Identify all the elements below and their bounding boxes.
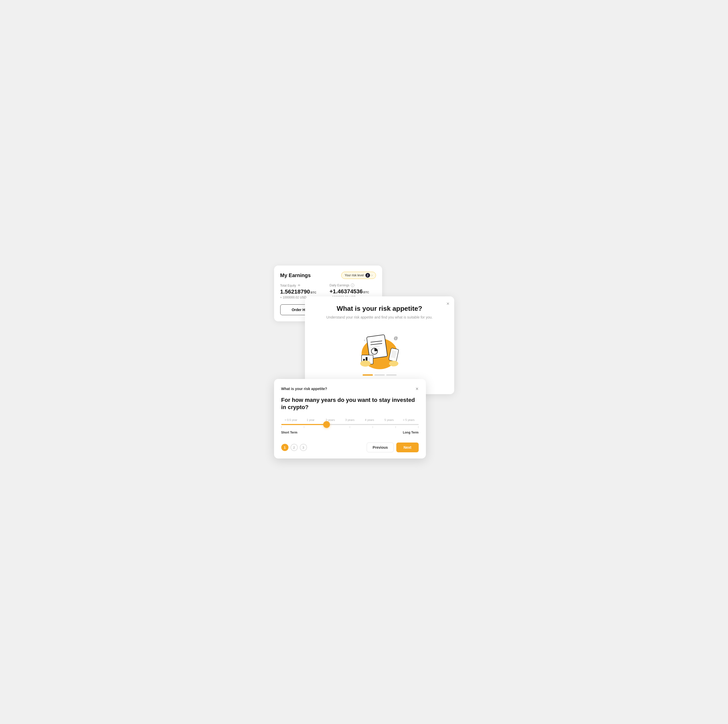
pagination-dots: 1 2 3 [281,444,307,451]
tick-1 [281,426,281,428]
slider-label-5plus: > 5 years [399,419,418,422]
progress-dot-3 [386,374,396,376]
risk-illustration: @ [313,325,446,369]
daily-earnings-label: Daily Earnings [330,284,349,287]
info-icon[interactable]: i [351,284,354,287]
slider-label-2: 2 years [320,419,340,422]
svg-point-13 [360,360,370,367]
page-dot-2: 2 [291,444,298,451]
investment-duration-slider-wrapper [281,424,419,428]
tick-5 [373,426,373,428]
slider-label-0.5: > 0.5 year [281,419,301,422]
slider-label-4: 4 years [360,419,379,422]
risk-modal-bg-subtitle: Understand your risk appetite and find y… [313,315,446,319]
eye-icon[interactable]: 👁 [297,284,301,287]
chevron-right-icon: › [372,273,373,277]
form-footer: 1 2 3 Previous Next [281,443,419,452]
page-dot-3: 3 [300,444,307,451]
earnings-title: My Earnings [280,272,311,278]
form-question: For how many years do you want to stay i… [281,397,419,411]
page-dot-1: 1 [281,444,289,451]
slider-tick-marks [281,425,419,428]
risk-level-badge[interactable]: Your risk level 2 › [341,272,376,279]
range-label-long: Long Term [403,431,418,434]
tick-4 [350,426,350,428]
previous-button[interactable]: Previous [367,443,394,452]
footer-buttons: Previous Next [367,443,419,452]
slider-label-3: 3 years [340,419,359,422]
risk-level-text: Your risk level [344,273,364,277]
risk-illustration-svg: @ [354,325,405,369]
form-modal-title: What is your risk appetite? [281,387,327,391]
svg-point-16 [364,340,366,341]
progress-dot-1 [362,374,373,376]
risk-form-modal: What is your risk appetite? × For how ma… [274,379,426,458]
slider-labels: > 0.5 year 1 year 2 years 3 years 4 year… [281,419,419,422]
modal-progress-indicators [313,374,446,376]
slider-thumb[interactable] [323,421,330,428]
modal-close-bg-button[interactable]: × [447,301,450,306]
slider-label-5: 5 years [379,419,399,422]
slider-label-1: 1 year [301,419,320,422]
risk-modal-bg-title: What is your risk appetite? [313,305,446,313]
daily-earnings-value: +1.46374536BTC [330,288,376,295]
slider-track [281,424,419,425]
next-button[interactable]: Next [396,443,418,452]
range-label-short: Short Term [281,431,297,434]
risk-level-number: 2 [366,273,370,278]
total-equity-value: 1.56218790BTC [280,289,327,295]
svg-point-14 [389,361,398,367]
progress-dot-2 [375,374,385,376]
slider-range-labels: Short Term Long Term [281,431,419,434]
form-modal-close-button[interactable]: × [416,386,419,391]
total-equity-label: Total Equity [280,284,296,287]
slider-fill [281,424,327,425]
svg-text:@: @ [394,336,398,341]
